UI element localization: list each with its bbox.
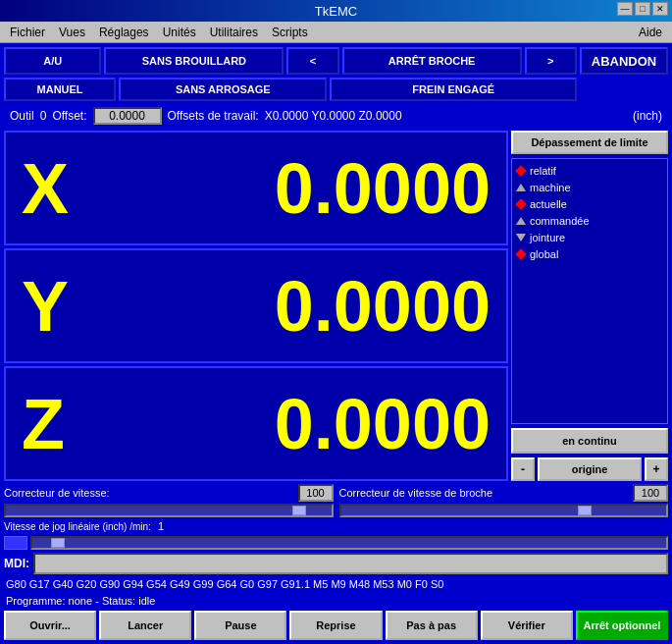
arret-broche-button[interactable]: ARRÊT BROCHE	[342, 47, 522, 75]
verifier-button[interactable]: Vérifier	[481, 611, 573, 640]
status-value: idle	[138, 595, 155, 607]
correcteur-broche-slider[interactable]	[339, 504, 669, 517]
status-label: Status:	[102, 595, 135, 607]
correcteur-broche-top-row: Correcteur de vitesse de broche 100	[339, 484, 669, 502]
correcteur-top-row: Correcteur de vitesse: 100	[4, 484, 334, 502]
coord-relatif-label: relatif	[530, 165, 556, 177]
minimize-button[interactable]: —	[617, 2, 633, 16]
minus-button[interactable]: -	[511, 457, 535, 481]
jog-value: 1	[158, 520, 164, 532]
correcteur-broche-thumb	[578, 506, 592, 515]
frein-engage-button[interactable]: FREIN ENGAGÉ	[330, 78, 577, 101]
menu-reglages[interactable]: Réglages	[93, 25, 155, 40]
abandon-button[interactable]: ABANDON	[580, 47, 668, 75]
x-value: 0.0000	[275, 153, 491, 224]
right-panel: Dépassement de limite relatif machine ac…	[511, 131, 668, 481]
correcteur-vitesse-slider[interactable]	[4, 504, 334, 517]
x-axis-row[interactable]: X 0.0000	[4, 131, 508, 245]
jointure-icon	[516, 233, 526, 242]
coord-commandee-label: commandée	[530, 215, 590, 227]
machine-icon	[516, 183, 526, 192]
programme-separator: -	[95, 595, 102, 607]
titlebar-controls: — □ ✕	[617, 2, 668, 16]
maximize-button[interactable]: □	[635, 2, 650, 16]
coord-global-label: global	[530, 248, 558, 260]
jog-slider[interactable]	[30, 536, 668, 550]
correcteur-broche-value: 100	[633, 484, 668, 502]
ouvrir-button[interactable]: Ouvrir...	[4, 611, 96, 640]
close-button[interactable]: ✕	[652, 2, 668, 16]
mdi-row: MDI:	[4, 553, 668, 574]
coord-list: relatif machine actuelle commandée	[511, 158, 668, 424]
arret-optionnel-button[interactable]: Arrêt optionnel	[576, 611, 668, 640]
origine-row: - origine +	[511, 457, 668, 481]
coord-actuelle[interactable]: actuelle	[516, 198, 663, 210]
plus-button[interactable]: +	[645, 457, 668, 481]
jog-label: Vitesse de jog linéaire (inch) /min:	[4, 521, 151, 532]
titlebar: TkEMC — □ ✕	[0, 0, 672, 22]
pause-button[interactable]: Pause	[194, 611, 286, 640]
programme-value: none	[69, 595, 92, 607]
y-axis-row[interactable]: Y 0.0000	[4, 248, 508, 363]
coord-global[interactable]: global	[516, 248, 663, 260]
en-continu-button[interactable]: en continu	[511, 428, 668, 454]
gcode-text: G80 G17 G40 G20 G90 G94 G54 G49 G99 G64 …	[6, 578, 443, 590]
z-label: Z	[22, 389, 65, 459]
sans-arrosage-button[interactable]: SANS ARROSAGE	[119, 78, 327, 101]
commandee-icon	[516, 216, 526, 226]
prev-button[interactable]: <	[286, 47, 338, 75]
outil-row: Outil 0 Offset: Offsets de travail: X0.0…	[4, 104, 668, 128]
menu-unites[interactable]: Unités	[157, 25, 202, 40]
menu-vues[interactable]: Vues	[53, 25, 91, 40]
work-offsets-value: X0.0000 Y0.0000 Z0.0000	[265, 109, 402, 123]
outil-value: 0	[40, 109, 47, 123]
programme-label: Programme:	[6, 595, 66, 607]
menu-utilitaires[interactable]: Utilitaires	[204, 25, 264, 40]
origine-button[interactable]: origine	[538, 457, 642, 481]
y-value: 0.0000	[275, 271, 491, 342]
x-label: X	[22, 153, 69, 224]
sans-brouillard-button[interactable]: SANS BROUILLARD	[104, 47, 284, 75]
correcteur-vitesse-label: Correcteur de vitesse:	[4, 487, 294, 499]
z-value: 0.0000	[275, 389, 491, 459]
coord-relatif[interactable]: relatif	[516, 165, 663, 177]
jog-left-button[interactable]	[4, 536, 27, 550]
correcteur-broche-label: Correcteur de vitesse de broche	[339, 487, 630, 499]
gcode-line: G80 G17 G40 G20 G90 G94 G54 G49 G99 G64 …	[4, 577, 668, 591]
unit-label: (inch)	[633, 109, 662, 123]
jog-area: Vitesse de jog linéaire (inch) /min: 1	[4, 520, 668, 532]
au-button[interactable]: A/U	[4, 47, 101, 75]
content-area: X 0.0000 Y 0.0000 Z 0.0000 Dépassement d…	[4, 131, 668, 481]
correcteur-broche-block: Correcteur de vitesse de broche 100	[339, 484, 669, 517]
menubar: Fichier Vues Réglages Unités Utilitaires…	[0, 22, 672, 43]
programme-status: Programme: none - Status: idle	[4, 594, 668, 608]
correcteur-vitesse-value: 100	[298, 484, 334, 502]
lancer-button[interactable]: Lancer	[99, 611, 191, 640]
actuelle-icon	[516, 199, 526, 209]
manuel-button[interactable]: MANUEL	[4, 78, 116, 101]
global-icon	[516, 249, 526, 259]
depassement-button[interactable]: Dépassement de limite	[511, 131, 668, 154]
y-label: Y	[22, 271, 69, 342]
pas-a-pas-button[interactable]: Pas à pas	[386, 611, 478, 640]
coord-actuelle-label: actuelle	[530, 198, 567, 210]
axes-panel: X 0.0000 Y 0.0000 Z 0.0000	[4, 131, 508, 481]
mdi-input[interactable]	[33, 553, 668, 574]
coord-jointure-label: jointure	[530, 232, 565, 243]
relatif-icon	[516, 166, 526, 176]
title-text: TkEMC	[315, 4, 357, 19]
coord-jointure[interactable]: jointure	[516, 232, 663, 243]
correcteur-vitesse-thumb	[292, 506, 306, 515]
correcteur-vitesse-block: Correcteur de vitesse: 100	[4, 484, 334, 517]
next-button[interactable]: >	[525, 47, 577, 75]
menu-scripts[interactable]: Scripts	[266, 25, 314, 40]
outil-label: Outil	[10, 109, 34, 123]
menu-aide[interactable]: Aide	[633, 25, 668, 40]
reprise-button[interactable]: Reprise	[289, 611, 382, 640]
offset-input[interactable]	[93, 107, 162, 125]
menu-fichier[interactable]: Fichier	[4, 25, 51, 40]
coord-commandee[interactable]: commandée	[516, 215, 663, 227]
coord-machine[interactable]: machine	[516, 182, 663, 193]
z-axis-row[interactable]: Z 0.0000	[4, 366, 508, 481]
correcteur-area: Correcteur de vitesse: 100 Correcteur de…	[4, 484, 668, 517]
